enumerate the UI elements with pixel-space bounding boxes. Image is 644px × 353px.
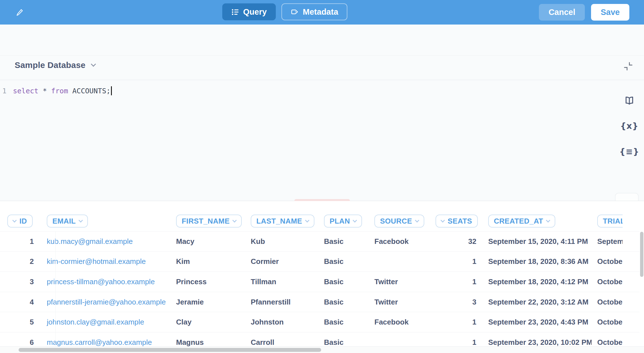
database-selector-label: Sample Database: [15, 60, 85, 70]
table-cell[interactable]: September: [592, 237, 623, 246]
sql-token: select: [13, 87, 38, 95]
column-header-id[interactable]: ID: [7, 215, 33, 228]
table-cell[interactable]: Kub: [245, 237, 318, 246]
table-body: 1kub.macy@gmail.exampleMacyKubBasicFaceb…: [0, 231, 639, 352]
table-cell[interactable]: 1: [430, 338, 482, 347]
table-cell[interactable]: Twitter: [369, 277, 430, 286]
email-cell[interactable]: johnston.clay@gmail.example: [38, 318, 171, 326]
contract-editor-icon[interactable]: [621, 59, 636, 74]
table-cell[interactable]: Cormier: [245, 257, 318, 266]
email-cell[interactable]: kub.macy@gmail.example: [38, 237, 171, 246]
column-header-first_name[interactable]: FIRST_NAME: [176, 215, 242, 228]
table-row: 1kub.macy@gmail.exampleMacyKubBasicFaceb…: [0, 231, 639, 251]
sql-token: *: [43, 87, 47, 95]
table-cell[interactable]: 6: [0, 338, 38, 347]
horizontal-scrollbar-thumb[interactable]: [19, 348, 321, 352]
table-cell[interactable]: September 15, 2020, 4:11 PM: [482, 237, 592, 246]
table-cell[interactable]: Tillman: [245, 277, 318, 286]
email-cell[interactable]: princess-tillman@yahoo.example: [38, 277, 171, 286]
table-cell[interactable]: September 18, 2020, 4:12 PM: [482, 277, 592, 286]
tab-metadata[interactable]: Metadata: [281, 3, 347, 20]
table-cell[interactable]: Clay: [171, 318, 245, 326]
table-cell[interactable]: October: [592, 257, 623, 266]
table-cell[interactable]: 1: [430, 257, 482, 266]
save-button[interactable]: Save: [591, 4, 629, 21]
line-number: 1: [0, 87, 13, 95]
table-cell[interactable]: Johnston: [245, 318, 318, 326]
table-cell[interactable]: Basic: [318, 257, 369, 266]
sql-token: [47, 87, 51, 95]
variables-icon[interactable]: {x}: [619, 119, 639, 132]
vertical-scrollbar-thumb[interactable]: [640, 232, 643, 277]
table-row: 4pfannerstill-jeramie@yahoo.exampleJeram…: [0, 292, 639, 312]
table-cell[interactable]: Jeramie: [171, 298, 245, 306]
table-cell[interactable]: September 23, 2020, 4:43 PM: [482, 318, 592, 326]
email-cell[interactable]: kim-cormier@hotmail.example: [38, 257, 171, 266]
table-cell[interactable]: Macy: [171, 237, 245, 246]
column-header-source[interactable]: SOURCE: [374, 215, 424, 228]
email-cell[interactable]: pfannerstill-jeramie@yahoo.example: [38, 298, 171, 306]
table-cell[interactable]: 3: [430, 298, 482, 306]
column-header-plan[interactable]: PLAN: [324, 215, 362, 228]
database-selector[interactable]: Sample Database: [15, 60, 95, 70]
chevron-down-icon: [232, 218, 237, 222]
cancel-button[interactable]: Cancel: [539, 4, 585, 21]
table-row: 5johnston.clay@gmail.exampleClayJohnston…: [0, 312, 639, 332]
table-cell[interactable]: 3: [0, 277, 38, 286]
table-cell[interactable]: September 23, 2020, 10:02 PM: [482, 338, 592, 347]
vertical-scrollbar[interactable]: [639, 231, 644, 346]
tab-query[interactable]: Query: [222, 3, 276, 20]
table-cell[interactable]: October: [592, 277, 623, 286]
sql-token: [38, 87, 43, 95]
table-cell[interactable]: 2: [0, 257, 38, 266]
table-cell[interactable]: Facebook: [369, 237, 430, 246]
table-cell[interactable]: Basic: [318, 298, 369, 306]
table-cell[interactable]: Kim: [171, 257, 245, 266]
column-header-email[interactable]: EMAIL: [47, 215, 88, 228]
table-cell[interactable]: September 18, 2020, 8:36 AM: [482, 257, 592, 266]
table-cell[interactable]: 1: [0, 237, 38, 246]
table-cell[interactable]: Princess: [171, 277, 245, 286]
chevron-down-icon: [441, 218, 445, 222]
table-cell[interactable]: Magnus: [171, 338, 245, 347]
snippets-glyph: {≡}: [619, 147, 639, 156]
table-cell[interactable]: Twitter: [369, 298, 430, 306]
table-cell[interactable]: Basic: [318, 318, 369, 326]
list-icon: [231, 8, 239, 16]
header-cell: PLAN: [318, 215, 369, 228]
table-cell[interactable]: Basic: [318, 338, 369, 347]
table-cell[interactable]: 5: [0, 318, 38, 326]
email-cell[interactable]: magnus.carroll@yahoo.example: [38, 338, 171, 347]
data-reference-book-icon[interactable]: [621, 94, 637, 107]
header-cell: SEATS: [430, 215, 482, 228]
table-cell[interactable]: October: [592, 338, 623, 347]
native-query-editor: Sample Database 1 select * from ACCOUNTS…: [0, 25, 644, 201]
sql-code: select * from ACCOUNTS;: [13, 87, 110, 95]
sql-token: [68, 87, 72, 95]
table-cell[interactable]: 1: [430, 318, 482, 326]
column-header-created_at[interactable]: CREATED_AT: [488, 215, 555, 228]
table-cell[interactable]: 1: [430, 277, 482, 286]
topbar: Query Metadata Cancel Save: [0, 0, 644, 25]
table-cell[interactable]: Basic: [318, 277, 369, 286]
column-header-seats[interactable]: SEATS: [436, 215, 478, 228]
chevron-down-icon: [546, 218, 550, 222]
column-header-trial_ends_at[interactable]: TRIAL_ENDS_AT: [597, 215, 623, 228]
table-cell[interactable]: 4: [0, 298, 38, 306]
table-cell[interactable]: 32: [430, 237, 482, 246]
frozen-column-divider: [55, 231, 55, 346]
table-cell[interactable]: October: [592, 318, 623, 326]
header-cell: FIRST_NAME: [171, 215, 245, 228]
table-cell[interactable]: Carroll: [245, 338, 318, 347]
horizontal-scrollbar[interactable]: [0, 346, 644, 353]
table-cell[interactable]: Basic: [318, 237, 369, 246]
pencil-icon[interactable]: [14, 6, 25, 19]
table-cell[interactable]: Facebook: [369, 318, 430, 326]
column-header-last_name[interactable]: LAST_NAME: [251, 215, 314, 228]
table-cell[interactable]: Pfannerstill: [245, 298, 318, 306]
table-cell[interactable]: October: [592, 298, 623, 306]
sql-editor-line[interactable]: 1 select * from ACCOUNTS;: [0, 85, 644, 96]
snippets-icon[interactable]: {≡}: [619, 145, 639, 158]
table-cell[interactable]: September 22, 2020, 3:12 AM: [482, 298, 592, 306]
column-header-label: LAST_NAME: [256, 217, 302, 226]
